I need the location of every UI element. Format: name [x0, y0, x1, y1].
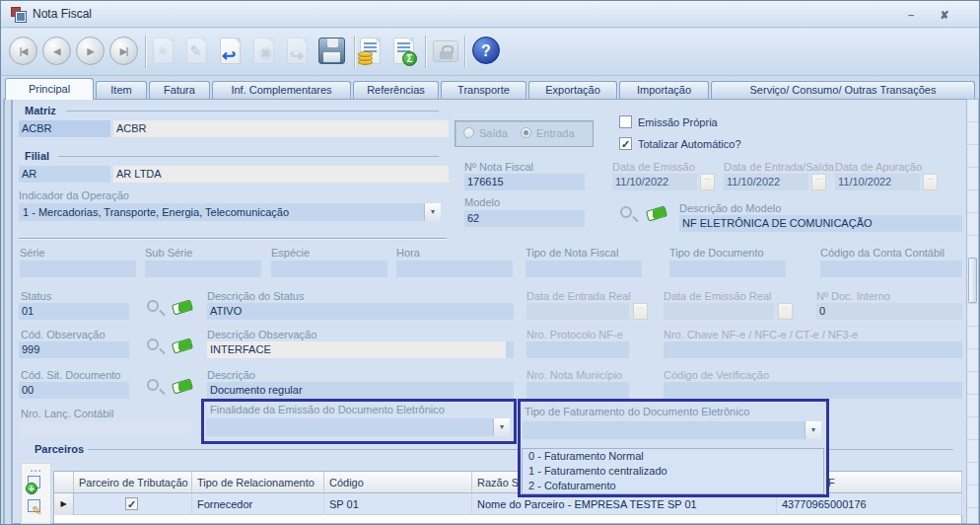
previous-record-button[interactable] — [42, 37, 71, 65]
tipo-faturamento-combo[interactable] — [523, 421, 821, 439]
col-tipo-relacionamento[interactable]: Tipo de Relacionamento — [192, 472, 324, 493]
saida-radio[interactable] — [463, 127, 474, 138]
main-toolbar — [1, 29, 979, 76]
chave-nfe-label: Nro. Chave NF-e / NFC-e / CT-e / NF3-e — [664, 329, 858, 340]
tab-servico-consumo[interactable]: Serviço/ Consumo/ Outras Transações — [711, 81, 975, 99]
protocolo-nfe-field[interactable] — [526, 341, 629, 358]
tab-importacao[interactable]: Importação — [619, 81, 709, 99]
new-document-button[interactable] — [153, 38, 174, 64]
filial-name-field: AR LTDA — [113, 166, 449, 183]
col-codigo[interactable]: Código — [324, 472, 472, 493]
add-parceiro-button[interactable] — [26, 475, 46, 495]
totals-button[interactable] — [360, 38, 381, 64]
matriz-code-field[interactable]: ACBR — [19, 120, 110, 137]
cell-tipo-relacionamento[interactable]: Fornecedor — [192, 493, 324, 515]
tab-fatura[interactable]: Fatura — [149, 81, 210, 99]
toolbar-grip-icon[interactable]: ... — [22, 464, 50, 472]
dropdown-item-faturamento-normal[interactable]: 0 - Faturamento Normal — [523, 449, 823, 464]
totalizar-checkbox[interactable] — [619, 137, 632, 150]
redo-button[interactable] — [287, 38, 308, 64]
finalidade-combo[interactable] — [206, 418, 510, 436]
first-record-button[interactable] — [9, 37, 37, 65]
nota-municipio-field[interactable] — [526, 382, 629, 399]
data-emissao-picker-button[interactable] — [700, 174, 715, 190]
data-apuracao-picker-button[interactable] — [923, 174, 938, 190]
cell-codigo[interactable]: SP 01 — [324, 493, 472, 515]
grid-corner-cell — [54, 472, 74, 493]
data-emissao-field[interactable]: 11/10/2022 — [612, 174, 697, 190]
group-matriz: Matriz — [25, 105, 56, 116]
especie-field[interactable] — [271, 261, 387, 277]
indicador-combo[interactable]: 1 - Mercadorias, Transporte, Energia, Te… — [19, 203, 441, 221]
data-emissao-real-picker-button[interactable] — [778, 303, 793, 320]
chave-nfe-field[interactable] — [664, 341, 962, 358]
edit-parceiro-button[interactable] — [26, 498, 46, 519]
search-icon[interactable] — [620, 206, 632, 218]
left-splitter[interactable] — [3, 99, 13, 524]
tab-exportacao[interactable]: Exportação — [528, 81, 617, 99]
data-entrada-saida-picker-button[interactable] — [811, 174, 826, 190]
emissao-propria-checkbox[interactable] — [619, 115, 632, 128]
row-selector-arrow-icon[interactable] — [54, 493, 74, 515]
saida-label: Saída — [479, 127, 508, 139]
cod-sit-documento-field[interactable]: 00 — [19, 382, 129, 399]
lancamento-contabil-field[interactable] — [19, 421, 191, 438]
dropdown-item-cofaturamento[interactable]: 2 - Cofaturamento — [523, 479, 823, 493]
summary-button[interactable] — [393, 38, 414, 64]
filial-code-field[interactable]: AR — [19, 166, 110, 183]
window-title: Nota Fiscal — [33, 7, 92, 21]
chevron-down-icon[interactable] — [805, 421, 821, 439]
hora-field[interactable] — [396, 261, 513, 277]
tab-item[interactable]: Item — [96, 81, 147, 99]
tab-referencias[interactable]: Referências — [353, 81, 439, 99]
close-button[interactable]: ✘ — [934, 8, 955, 23]
modelo-field[interactable]: 62 — [464, 210, 585, 227]
search-icon[interactable] — [147, 338, 159, 350]
window-form-icon — [11, 7, 26, 22]
data-apuracao-field[interactable]: 11/10/2022 — [835, 174, 920, 190]
previous-record-icon — [54, 46, 60, 56]
pencil-icon — [32, 503, 42, 518]
edit-document-button[interactable] — [186, 38, 207, 64]
cell-parceiro-tributacao[interactable] — [74, 493, 192, 515]
cancel-document-button[interactable] — [253, 38, 274, 64]
data-entrada-saida-field[interactable]: 11/10/2022 — [724, 174, 808, 190]
tipo-documento-label: Tipo de Documento — [669, 247, 764, 259]
last-record-button[interactable] — [109, 37, 138, 65]
scrollbar-thumb[interactable] — [968, 258, 977, 303]
next-record-button[interactable] — [76, 37, 105, 65]
tab-principal[interactable]: Principal — [5, 78, 94, 100]
codigo-conta-field[interactable] — [820, 261, 962, 277]
codigo-verificacao-field[interactable] — [664, 382, 962, 399]
chevron-down-icon[interactable] — [424, 203, 441, 221]
lock-button[interactable] — [433, 40, 458, 62]
serie-field[interactable] — [20, 261, 136, 277]
tributacao-checkbox[interactable] — [125, 497, 138, 510]
data-entrada-real-field[interactable] — [526, 303, 629, 320]
status-field[interactable]: 01 — [19, 303, 129, 320]
dropdown-item-faturamento-centralizado[interactable]: 1 - Faturamento centralizado — [523, 464, 823, 479]
col-parceiro-tributacao[interactable]: Parceiro de Tributação — [74, 472, 192, 493]
tipo-documento-field[interactable] — [669, 261, 786, 277]
nota-fiscal-field[interactable]: 176615 — [464, 174, 585, 190]
save-button[interactable] — [318, 38, 345, 64]
coins-icon — [358, 51, 374, 65]
undo-button[interactable] — [220, 38, 241, 64]
sub-serie-field[interactable] — [145, 261, 261, 277]
data-entrada-real-picker-button[interactable] — [633, 303, 648, 320]
cod-observacao-field[interactable]: 999 — [19, 341, 129, 358]
tipo-nota-field[interactable] — [525, 261, 642, 277]
help-button[interactable] — [472, 37, 500, 64]
tab-transporte[interactable]: Transporte — [441, 81, 526, 99]
doc-interno-field[interactable]: 0 — [816, 303, 962, 320]
entrada-radio[interactable] — [521, 127, 531, 138]
search-icon[interactable] — [147, 379, 159, 391]
vertical-scrollbar[interactable] — [966, 99, 979, 524]
grid-mini-toolbar: ... — [21, 463, 51, 524]
minimize-button[interactable]: – — [900, 8, 922, 23]
data-emissao-real-field[interactable] — [664, 303, 774, 320]
chevron-down-icon[interactable] — [493, 418, 510, 436]
search-icon[interactable] — [147, 300, 159, 312]
tab-inf-complementares[interactable]: Inf. Complementares — [212, 81, 351, 99]
document-lines-icon — [364, 42, 377, 44]
